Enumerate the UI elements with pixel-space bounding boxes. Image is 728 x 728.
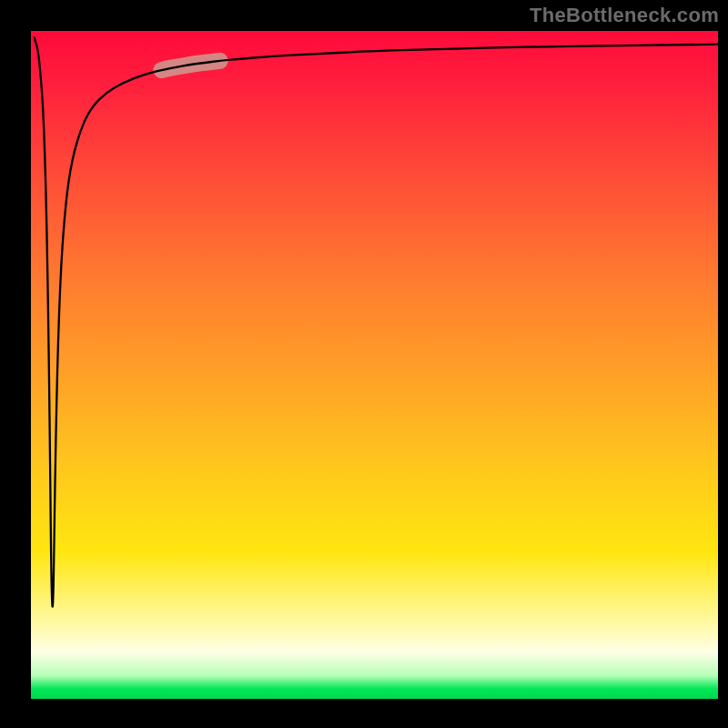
curve-svg [31, 31, 718, 699]
plot-area [31, 31, 718, 699]
attribution-text: TheBottleneck.com [530, 4, 719, 27]
chart-container: TheBottleneck.com [0, 0, 728, 728]
bottleneck-curve [35, 37, 718, 606]
